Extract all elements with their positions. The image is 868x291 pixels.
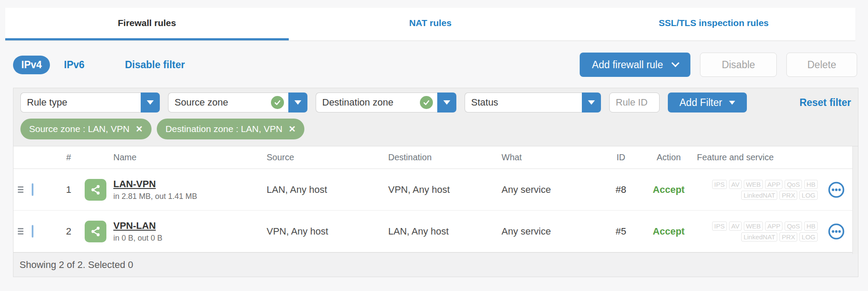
toolbar: IPv4 IPv6 Disable filter Add firewall ru… xyxy=(13,52,857,77)
rule-name-link[interactable]: VPN-LAN xyxy=(113,220,162,231)
tab-label: SSL/TLS inspection rules xyxy=(659,18,769,28)
status-field[interactable]: Status xyxy=(465,93,582,112)
feature-badge: IPS xyxy=(712,180,727,189)
dropdown-arrow-icon xyxy=(729,101,735,105)
add-firewall-rule-button[interactable]: Add firewall rule xyxy=(580,53,690,77)
col-header-name: Name xyxy=(81,152,267,162)
table-row: 2 VPN-LAN in 0 B, out 0 B VPN, Any ho xyxy=(13,211,853,252)
drag-handle-icon[interactable] xyxy=(18,186,23,193)
add-filter-button[interactable]: Add Filter xyxy=(668,93,747,112)
feature-badge: WEB xyxy=(744,222,763,231)
ipv4-toggle[interactable]: IPv4 xyxy=(13,56,50,74)
firewall-rules-page: Firewall rules NAT rules SSL/TLS inspect… xyxy=(0,0,868,291)
destination-cell: LAN, Any host xyxy=(388,226,502,237)
close-icon[interactable]: ✕ xyxy=(289,124,296,134)
filter-chip-source-zone: Source zone : LAN, VPN ✕ xyxy=(20,119,152,139)
col-header-what: What xyxy=(502,152,601,162)
status-dropdown[interactable]: Status xyxy=(465,93,601,112)
delete-button[interactable]: Delete xyxy=(786,53,857,77)
rule-type-dropdown[interactable]: Rule type xyxy=(20,93,160,112)
feature-badge: LOG xyxy=(799,232,818,241)
destination-zone-dropdown[interactable]: Destination zone xyxy=(316,93,456,112)
tab-bar: Firewall rules NAT rules SSL/TLS inspect… xyxy=(5,8,855,41)
feature-badge: PRX xyxy=(779,191,797,200)
row-number: 1 xyxy=(56,184,81,195)
feature-service-cell: IPS AV WEB APP QoS HB LinkedNAT PRX LOG xyxy=(697,222,853,241)
rule-traffic: in 0 B, out 0 B xyxy=(113,234,162,243)
col-header-destination: Destination xyxy=(388,152,502,162)
share-icon xyxy=(85,179,106,201)
source-zone-field[interactable]: Source zone xyxy=(168,93,288,112)
row-checkbox[interactable] xyxy=(32,225,33,238)
rule-name-cell: VPN-LAN in 0 B, out 0 B xyxy=(81,220,267,243)
filter-chip-destination-zone: Destination zone : LAN, VPN ✕ xyxy=(157,119,304,139)
chip-label: Destination zone : LAN, VPN xyxy=(165,124,283,134)
dropdown-label: Source zone xyxy=(175,97,228,108)
destination-zone-field[interactable]: Destination zone xyxy=(316,93,437,112)
what-cell: Any service xyxy=(502,226,601,237)
rule-traffic: in 2.81 MB, out 1.41 MB xyxy=(113,192,197,201)
tab-nat-rules[interactable]: NAT rules xyxy=(289,8,572,40)
more-actions-icon[interactable] xyxy=(827,181,845,199)
table-row: 1 LAN-VPN in 2.81 MB, out 1.41 MB LAN xyxy=(13,169,853,211)
check-icon xyxy=(271,96,284,109)
table-scrollbar-track[interactable] xyxy=(852,146,858,254)
rule-name-link[interactable]: LAN-VPN xyxy=(113,179,197,190)
dropdown-arrow-icon xyxy=(294,100,301,105)
tab-ssl-tls-inspection-rules[interactable]: SSL/TLS inspection rules xyxy=(572,8,855,40)
feature-badge: HB xyxy=(804,180,818,189)
rule-id-input[interactable] xyxy=(609,93,660,112)
dropdown-open-button[interactable] xyxy=(288,93,307,112)
filter-row: Rule type Source zone xyxy=(20,93,851,112)
dropdown-label: Rule type xyxy=(27,97,67,108)
tab-firewall-rules[interactable]: Firewall rules xyxy=(5,8,289,40)
disable-button[interactable]: Disable xyxy=(700,53,777,77)
rule-id-cell: #8 xyxy=(601,184,640,195)
reset-filter-link[interactable]: Reset filter xyxy=(799,97,851,109)
feature-badge: AV xyxy=(729,180,742,189)
more-actions-icon[interactable] xyxy=(827,222,845,241)
dropdown-open-button[interactable] xyxy=(437,93,456,112)
close-icon[interactable]: ✕ xyxy=(135,124,143,134)
disable-filter-link[interactable]: Disable filter xyxy=(125,59,185,71)
feature-badge: AV xyxy=(729,222,742,231)
feature-badge: QoS xyxy=(785,222,802,231)
dropdown-arrow-icon xyxy=(147,100,154,105)
col-header-number: # xyxy=(56,152,81,162)
feature-badge: APP xyxy=(765,180,782,189)
dropdown-open-button[interactable] xyxy=(582,93,601,112)
feature-badges: IPS AV WEB APP QoS HB LinkedNAT PRX LOG xyxy=(697,222,818,241)
tab-label: NAT rules xyxy=(409,18,452,28)
toolbar-actions: Add firewall rule Disable Delete xyxy=(580,53,857,77)
source-cell: VPN, Any host xyxy=(267,226,388,237)
dropdown-label: Destination zone xyxy=(322,97,393,108)
firewall-rules-table: # Name Source Destination What ID Action… xyxy=(13,146,858,277)
filter-chips: Source zone : LAN, VPN ✕ Destination zon… xyxy=(20,119,851,139)
row-number: 2 xyxy=(56,226,81,237)
feature-badge: APP xyxy=(765,222,782,231)
row-checkbox[interactable] xyxy=(32,183,33,196)
tab-label: Firewall rules xyxy=(118,18,176,28)
col-header-action: Action xyxy=(640,152,697,162)
rule-id-cell: #5 xyxy=(601,226,640,237)
filter-panel: Rule type Source zone xyxy=(13,88,858,146)
table-header-row: # Name Source Destination What ID Action… xyxy=(13,146,853,169)
feature-badge: LOG xyxy=(799,191,818,200)
feature-service-cell: IPS AV WEB APP QoS HB LinkedNAT PRX LOG xyxy=(697,180,853,200)
showing-status: Showing 2 of 2. Selected 0 xyxy=(20,259,133,271)
ip-version-toggle: IPv4 IPv6 Disable filter xyxy=(13,56,185,74)
dropdown-open-button[interactable] xyxy=(141,93,160,112)
rule-type-field[interactable]: Rule type xyxy=(20,93,141,112)
action-cell: Accept xyxy=(640,184,697,195)
what-cell: Any service xyxy=(502,184,601,195)
rule-name-cell: LAN-VPN in 2.81 MB, out 1.41 MB xyxy=(81,179,267,201)
ipv6-toggle[interactable]: IPv6 xyxy=(64,59,84,71)
col-header-id: ID xyxy=(601,152,640,162)
source-zone-dropdown[interactable]: Source zone xyxy=(168,93,307,112)
table-footer: Showing 2 of 2. Selected 0 xyxy=(13,252,858,277)
drag-handle-icon[interactable] xyxy=(18,228,23,235)
col-header-source: Source xyxy=(267,152,388,162)
feature-badge: WEB xyxy=(744,180,763,189)
check-icon xyxy=(420,96,433,109)
destination-cell: VPN, Any host xyxy=(388,184,502,195)
